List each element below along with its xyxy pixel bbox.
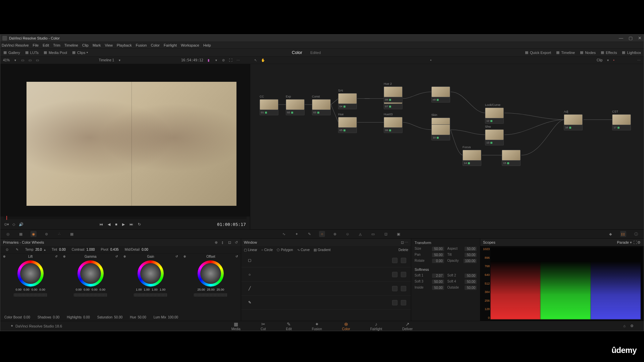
- saturation-value[interactable]: 50.00: [114, 315, 122, 319]
- node-09[interactable]: Hue 209: [384, 86, 402, 103]
- picker-icon[interactable]: ✎: [15, 248, 19, 252]
- middetail-value[interactable]: 0.00: [142, 248, 148, 251]
- quick-export-button[interactable]: ▦Quick Export: [525, 51, 551, 55]
- qualifier-icon[interactable]: ✎: [306, 231, 312, 237]
- chevron-down-icon[interactable]: ▾: [629, 240, 633, 244]
- node-14[interactable]: Focus14: [463, 150, 481, 166]
- chevron-down-icon[interactable]: ▾: [13, 58, 17, 62]
- play-button[interactable]: ▶: [122, 222, 125, 227]
- node-08[interactable]: Hue0308: [384, 117, 402, 133]
- view-single-icon[interactable]: ▭: [20, 58, 24, 62]
- mask-toggle[interactable]: [401, 286, 406, 291]
- invert-toggle[interactable]: [392, 286, 397, 291]
- soft 1-value[interactable]: 2.07: [432, 274, 444, 278]
- soft 4-value[interactable]: 50.00: [465, 280, 477, 284]
- node-13[interactable]: Shw13: [485, 129, 504, 145]
- pan-value[interactable]: 50.00: [432, 253, 444, 257]
- luts-button[interactable]: ▦LUTs: [25, 51, 39, 55]
- primaries-icon[interactable]: ◉: [31, 231, 37, 237]
- view-dual-icon[interactable]: ▭: [28, 58, 32, 62]
- effects-button[interactable]: ▦Effects: [600, 51, 617, 55]
- viewer-canvas[interactable]: [26, 82, 236, 206]
- menu-davinci-resolve[interactable]: DaVinci Resolve: [2, 43, 29, 47]
- settings-icon[interactable]: ⚙: [637, 240, 641, 244]
- menu-view[interactable]: View: [105, 43, 113, 47]
- lift-colorwheel[interactable]: [17, 260, 44, 287]
- mini-timeline[interactable]: [4, 217, 247, 219]
- inside-value[interactable]: 50.00: [432, 286, 444, 290]
- chevron-down-icon[interactable]: ▾: [214, 58, 218, 62]
- node-02[interactable]: Exp02: [286, 99, 305, 115]
- viewer-zoom[interactable]: 41%: [3, 58, 10, 62]
- gamma-jog[interactable]: [74, 293, 107, 297]
- viewer-timecode[interactable]: 01:00:05:17: [217, 222, 246, 227]
- gain-jog[interactable]: [134, 293, 167, 297]
- window-icon[interactable]: ○: [319, 231, 325, 237]
- gamma-colorwheel[interactable]: [77, 260, 104, 287]
- go-start-button[interactable]: ⏮: [99, 222, 103, 227]
- stop-button[interactable]: ■: [115, 222, 117, 227]
- node-17[interactable]: CST17: [612, 114, 631, 130]
- soft 2-value[interactable]: 50.00: [465, 274, 477, 278]
- chevron-down-icon[interactable]: ▾: [606, 58, 610, 62]
- blur-icon[interactable]: ◬: [357, 231, 363, 237]
- keyframes-icon[interactable]: ◆: [607, 231, 613, 237]
- chevron-down-icon[interactable]: ▾: [117, 58, 121, 62]
- clip-mode[interactable]: Clip: [597, 58, 602, 62]
- more-icon[interactable]: ⋯: [236, 58, 240, 62]
- loop-button[interactable]: ↻: [138, 222, 141, 227]
- window-shape-rect[interactable]: ▢: [241, 253, 411, 267]
- offset-colorwheel[interactable]: [198, 260, 224, 287]
- color-match-icon[interactable]: ▦: [18, 231, 24, 237]
- log-icon[interactable]: ⊡: [227, 240, 231, 244]
- window-shape-circle[interactable]: ○: [241, 267, 411, 282]
- key-icon[interactable]: ▭: [370, 231, 376, 237]
- gain-colorwheel[interactable]: [138, 260, 164, 287]
- page-tab-cut[interactable]: ✂Cut: [257, 321, 269, 331]
- close-button[interactable]: ✕: [638, 36, 642, 41]
- more-icon[interactable]: ⋯: [404, 240, 408, 244]
- page-tab-media[interactable]: ▦Media: [228, 321, 244, 331]
- curves-icon[interactable]: ∿: [281, 231, 287, 237]
- motion-effects-icon[interactable]: ▦: [69, 231, 75, 237]
- menu-playback[interactable]: Playback: [117, 43, 132, 47]
- crosshair-icon[interactable]: ⊕: [214, 240, 218, 244]
- node-12[interactable]: Look/Curve12: [485, 108, 504, 124]
- auto-balance-icon[interactable]: ⊙: [5, 248, 9, 252]
- menu-workspace[interactable]: Workspace: [181, 43, 199, 47]
- marker-icon[interactable]: ◇: [12, 222, 16, 226]
- delete-button[interactable]: Delete: [398, 248, 408, 252]
- menu-file[interactable]: File: [33, 43, 39, 47]
- tracker-icon[interactable]: ⊕: [332, 231, 338, 237]
- window-shape-pen[interactable]: ✎: [241, 296, 411, 310]
- lummix-value[interactable]: 100.00: [168, 315, 178, 319]
- invert-toggle[interactable]: [392, 300, 397, 305]
- aspect-value[interactable]: 50.00: [465, 247, 477, 251]
- menu-timeline[interactable]: Timeline: [64, 43, 78, 47]
- camera-raw-icon[interactable]: ◎: [5, 231, 11, 237]
- go-end-button[interactable]: ⏭: [129, 222, 133, 227]
- gallery-button[interactable]: ▦Gallery: [3, 51, 20, 55]
- nodes-button[interactable]: ▦Nodes: [580, 51, 596, 55]
- view-enhanced-icon[interactable]: ▭: [35, 58, 39, 62]
- node-03[interactable]: Const03: [312, 99, 331, 115]
- page-tab-fusion[interactable]: ✦Fusion: [309, 321, 325, 331]
- menu-clip[interactable]: Clip: [82, 43, 89, 47]
- hand-icon[interactable]: ✋: [261, 58, 265, 62]
- reset-icon[interactable]: ↺: [234, 240, 238, 244]
- rgb-mixer-icon[interactable]: ∴: [56, 231, 62, 237]
- mask-toggle[interactable]: [401, 258, 406, 263]
- shape-circle-button[interactable]: ○Circle: [261, 248, 273, 252]
- shape-gradient-button[interactable]: ▤Gradient: [314, 248, 330, 252]
- media-pool-button[interactable]: ▦Media Pool: [43, 51, 67, 55]
- shape-curve-button[interactable]: ∿Curve: [297, 248, 310, 252]
- node-05[interactable]: Hue05: [338, 117, 357, 133]
- opacity-value[interactable]: 100.00: [464, 259, 477, 263]
- colorboost-value[interactable]: 0.00: [23, 315, 30, 319]
- options-icon[interactable]: ⊙▾: [4, 222, 8, 226]
- lightbox-button[interactable]: ▦Lightbox: [622, 51, 641, 55]
- node-n9[interactable]: n9: [431, 86, 450, 103]
- temp-value[interactable]: 20.0: [35, 248, 42, 251]
- highlights-value[interactable]: 0.00: [83, 315, 90, 319]
- menu-fairlight[interactable]: Fairlight: [164, 43, 177, 47]
